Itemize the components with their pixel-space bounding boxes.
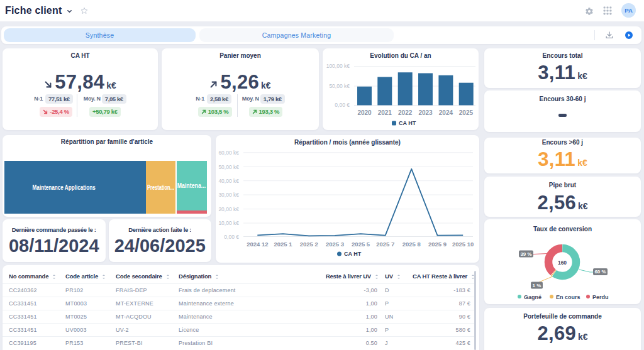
svg-text:30,00 k€: 30,00 k€ xyxy=(218,192,239,198)
svg-text:60 %: 60 % xyxy=(594,269,606,275)
svg-text:50,00 k€: 50,00 k€ xyxy=(218,164,239,170)
svg-text:2022: 2022 xyxy=(398,109,413,116)
svg-text:2023: 2023 xyxy=(418,109,433,116)
svg-text:2025 5: 2025 5 xyxy=(352,241,370,248)
svg-text:2025 1: 2025 1 xyxy=(274,241,292,248)
svg-text:2025 2: 2025 2 xyxy=(300,241,318,248)
svg-text:Perdu: Perdu xyxy=(592,294,609,300)
svg-text:39 %: 39 % xyxy=(520,251,531,257)
svg-text:Gagné: Gagné xyxy=(524,294,541,300)
svg-text:2024: 2024 xyxy=(439,109,453,116)
svg-text:2025 3: 2025 3 xyxy=(326,241,344,248)
svg-text:0,00 €: 0,00 € xyxy=(224,234,239,240)
svg-text:10,00 k€: 10,00 k€ xyxy=(218,220,239,226)
svg-text:50,00 k€: 50,00 k€ xyxy=(329,83,350,89)
svg-text:2024 12: 2024 12 xyxy=(247,241,268,248)
svg-text:2025 10: 2025 10 xyxy=(452,241,474,248)
svg-text:En cours: En cours xyxy=(556,294,580,300)
svg-text:2021: 2021 xyxy=(378,109,392,116)
svg-text:60,00 k€: 60,00 k€ xyxy=(218,150,239,156)
svg-text:1 %: 1 % xyxy=(533,283,541,288)
svg-text:100,00 k€: 100,00 k€ xyxy=(326,63,350,69)
svg-text:CA HT: CA HT xyxy=(399,120,416,126)
svg-text:2025 7: 2025 7 xyxy=(376,241,394,248)
svg-text:0,00 €: 0,00 € xyxy=(335,102,350,108)
svg-text:40,00 k€: 40,00 k€ xyxy=(218,178,239,184)
svg-text:2025 9: 2025 9 xyxy=(428,241,447,248)
svg-text:2025: 2025 xyxy=(459,109,474,116)
svg-text:20,00 k€: 20,00 k€ xyxy=(218,206,239,212)
svg-text:2020: 2020 xyxy=(357,109,372,116)
svg-text:CA HT: CA HT xyxy=(344,251,362,257)
svg-text:160: 160 xyxy=(558,260,567,266)
svg-text:2025 8: 2025 8 xyxy=(402,241,421,248)
